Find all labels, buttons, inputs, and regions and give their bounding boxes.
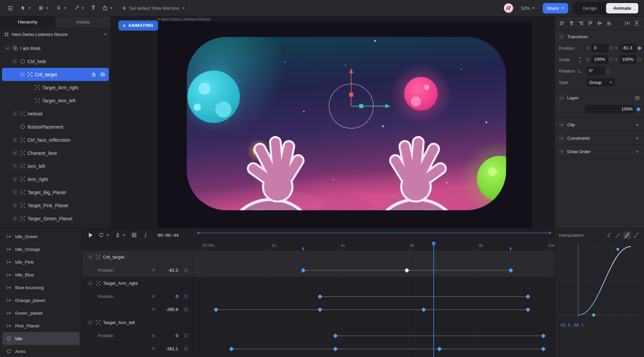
timeline-track-target-arm-left[interactable]: Target_Arm_left: [82, 316, 554, 329]
tree-item-target-pink-planet[interactable]: Target_Pink_Planet: [2, 199, 109, 212]
rotation-input[interactable]: 0°: [586, 66, 605, 75]
play-button[interactable]: [87, 231, 95, 239]
interp-hold-button[interactable]: [605, 231, 613, 239]
interp-cubic-button[interactable]: [623, 231, 631, 239]
property-value[interactable]: -261.1: [160, 346, 178, 351]
tree-item-arm-right[interactable]: Arm_right: [2, 173, 109, 186]
transform-section-header[interactable]: Transform: [555, 31, 644, 42]
expand-caret-icon[interactable]: [12, 203, 18, 208]
scale-x-input[interactable]: 100%: [591, 55, 608, 64]
keyframe-toggle[interactable]: [184, 307, 188, 312]
timeline-row-target-arm-right-y[interactable]: Y-265.9: [82, 303, 554, 316]
align-right-button[interactable]: [578, 20, 584, 27]
state-machine-selector[interactable]: Set default State Machine: [120, 3, 188, 13]
keyframe[interactable]: [318, 307, 322, 312]
playhead[interactable]: [433, 242, 434, 357]
keyframe[interactable]: [318, 294, 322, 299]
keyframe[interactable]: [333, 346, 338, 351]
keyframe[interactable]: [333, 333, 338, 338]
keyframe[interactable]: [421, 307, 426, 312]
rotation-keyframe-button[interactable]: [606, 69, 610, 73]
expand-caret-icon[interactable]: [12, 150, 18, 156]
ruler-keyframe-marker[interactable]: [303, 247, 304, 250]
keyframe[interactable]: [526, 294, 530, 299]
timeline-row-target-arm-left-x[interactable]: PositionX0: [82, 329, 554, 342]
tree-item-buttonplacement[interactable]: ButtonPlacement: [2, 120, 109, 133]
keyframe[interactable]: [508, 268, 513, 272]
visibility-eye-icon[interactable]: [100, 73, 105, 77]
tree-item-crtl-target[interactable]: Crtl_target: [2, 68, 109, 81]
clip-section-header[interactable]: Clip +: [555, 119, 644, 130]
property-value[interactable]: -265.9: [160, 307, 178, 312]
scale-y-input[interactable]: 100%: [620, 55, 636, 64]
layer-visibility-eye-icon[interactable]: [635, 96, 640, 100]
expand-caret-icon[interactable]: [5, 45, 10, 51]
expand-caret-icon[interactable]: [88, 254, 93, 260]
add-constraint-button[interactable]: +: [636, 136, 640, 140]
scale-y-keyframe-button[interactable]: [637, 57, 642, 62]
keyframe[interactable]: [229, 346, 234, 351]
align-middle-button[interactable]: [596, 20, 603, 27]
property-value[interactable]: -61.3: [160, 268, 178, 273]
keyframe[interactable]: [526, 307, 530, 312]
animate-mode-button[interactable]: Animate: [606, 3, 638, 13]
interpolation-mode-button[interactable]: [141, 231, 150, 239]
align-bottom-button[interactable]: [606, 20, 612, 27]
expand-caret-icon[interactable]: [12, 163, 18, 169]
expand-caret-icon[interactable]: [19, 72, 25, 77]
position-x-keyframe-button[interactable]: [609, 46, 613, 50]
align-center-h-button[interactable]: [568, 20, 575, 27]
bezier-handle-green[interactable]: [592, 314, 595, 317]
timeline-ruler[interactable]: 00:00s2s4s6s8s10s: [193, 242, 554, 251]
tree-item-ctrl-look[interactable]: Ctrl_look: [2, 55, 109, 68]
scale-x-keyframe-button[interactable]: [609, 57, 613, 62]
position-y-keyframe-button[interactable]: [637, 46, 642, 50]
keyframe[interactable]: [541, 346, 546, 351]
cubic-bezier-values[interactable]: .42, 0, .58, 1: [559, 320, 640, 330]
tab-assets[interactable]: Assets: [55, 16, 111, 28]
avatar[interactable]: [503, 3, 514, 13]
expand-caret-icon[interactable]: [12, 189, 18, 195]
distribute-h-button[interactable]: [624, 20, 631, 27]
tab-hierarchy[interactable]: Hierarchy: [0, 16, 55, 28]
keyframe-toggle[interactable]: [184, 268, 188, 272]
position-y-input[interactable]: -61.3: [620, 44, 636, 52]
add-draw-order-button[interactable]: +: [636, 150, 640, 154]
draw-order-section-header[interactable]: Draw Order +: [555, 145, 644, 157]
interp-custom-curve-button[interactable]: [632, 231, 640, 239]
timeline-row-crtl-target-y[interactable]: PositionY-61.3: [82, 264, 554, 277]
tree-item-arm-left[interactable]: Arm_left: [2, 160, 109, 173]
layer-opacity-keyframe-button[interactable]: [636, 107, 641, 111]
tree-item-targer-green-planet[interactable]: Targer_Green_Planet: [2, 212, 109, 225]
property-value[interactable]: 0: [160, 333, 178, 338]
keyframe-toggle[interactable]: [184, 333, 188, 338]
tree-item-charactr-face[interactable]: Charactr_face: [2, 146, 109, 160]
expand-caret-icon[interactable]: [12, 176, 18, 182]
expand-caret-icon[interactable]: [88, 320, 93, 325]
timeline-zoom-scrollbar[interactable]: [198, 232, 550, 233]
keyframe[interactable]: [437, 346, 442, 351]
timeline-row-target-arm-left-y[interactable]: Y-261.1: [82, 342, 554, 355]
timeline-row-target-arm-right-x[interactable]: PositionX0: [82, 290, 554, 303]
animation-item-idle-blue[interactable]: Idle_Blue: [2, 268, 79, 281]
artboard-tree-item[interactable]: Hero Demo Listeners Resize: [0, 28, 111, 41]
keyframe[interactable]: [301, 268, 306, 272]
export-tool-button[interactable]: [99, 3, 116, 13]
property-value[interactable]: 0: [160, 294, 178, 299]
tree-item-target-arm-left[interactable]: Target_Arm_left: [2, 94, 109, 107]
tree-item-helmet[interactable]: Helmet: [2, 107, 109, 120]
expand-caret-icon[interactable]: [12, 137, 18, 143]
add-clip-button[interactable]: +: [636, 123, 640, 127]
constraints-section-header[interactable]: Constraints +: [555, 132, 644, 144]
keyframe-toggle[interactable]: [184, 294, 188, 299]
position-x-input[interactable]: 0: [591, 44, 608, 52]
layer-section-header[interactable]: Layer: [555, 92, 644, 103]
animation-item-idle-pink[interactable]: Idle_Pink: [2, 256, 79, 268]
share-button[interactable]: Share: [543, 3, 568, 13]
animation-item-orange-planet[interactable]: Orange_planet: [2, 294, 79, 307]
timeline-track-crtl-target[interactable]: Crtl_target: [82, 251, 554, 264]
tree-item-i-am-root[interactable]: I am Root: [2, 42, 109, 55]
scale-link-icon[interactable]: [578, 57, 585, 62]
workspace-options-button[interactable]: [129, 231, 139, 239]
canvas-stage[interactable]: Hero Demo Listeners Resize ANIMATING: [111, 16, 554, 228]
